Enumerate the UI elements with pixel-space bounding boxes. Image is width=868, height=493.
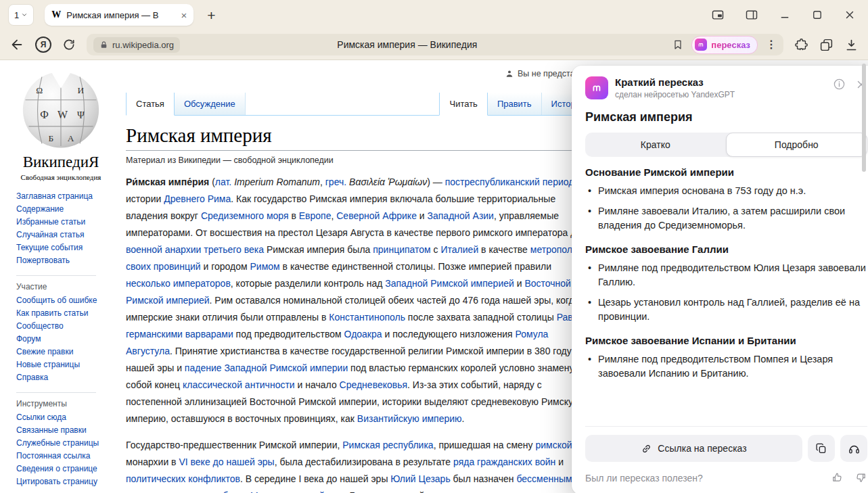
article-link[interactable]: Римом [250, 261, 280, 272]
sidebar-link[interactable]: Справка [16, 371, 122, 384]
summary-bullet: Римляне под предводительством Помпея и Ц… [585, 352, 867, 381]
article-link[interactable]: постреспубликанский период [445, 177, 574, 187]
article-link[interactable]: политических конфликтов [126, 473, 240, 484]
sidebar-nav-participation: Сообщить об ошибкеКак править статьиСооб… [0, 293, 122, 384]
sidebar-link[interactable]: Связанные правки [16, 424, 122, 437]
back-icon[interactable] [9, 37, 24, 52]
article-link[interactable]: Юлий Цезарь [390, 473, 450, 484]
download-icon[interactable] [844, 38, 859, 52]
sidebar-link[interactable]: Служебные страницы [16, 437, 122, 450]
close-window-icon[interactable] [844, 9, 856, 21]
thumb-up-icon[interactable] [831, 471, 844, 484]
side-panel-icon[interactable] [745, 8, 758, 22]
article-link[interactable]: Византийскую империю [357, 413, 462, 424]
menu-dots-icon[interactable]: ⋮ [766, 39, 777, 50]
listen-button[interactable] [840, 435, 867, 462]
sidebar-link[interactable]: Содержание [16, 203, 122, 216]
toggle-detailed[interactable]: Подробно [726, 133, 868, 157]
summary-section-heading: Римское завоевание Галлии [585, 243, 867, 255]
sidebar-link[interactable]: Случайная статья [16, 229, 122, 241]
article-link[interactable]: классической античности [183, 379, 295, 390]
tab-close-icon[interactable]: × [181, 10, 187, 20]
page-title: Римская империя [126, 124, 595, 151]
sidebar-link[interactable]: Заглавная страница [16, 190, 122, 203]
summary-section: Римское завоевание Галлии Римляне под пр… [585, 243, 867, 324]
article-link[interactable]: лат. [215, 177, 231, 187]
window-controls [711, 8, 860, 22]
sidebar-section-tools: Инструменты [16, 392, 96, 408]
wiki-tabs-row: Статья Обсуждение Читать Править История [126, 93, 595, 116]
article-link[interactable]: 44 году до нашей эры [248, 490, 344, 493]
article-link[interactable]: убит [218, 490, 237, 493]
refresh-icon[interactable] [62, 38, 76, 51]
wikipedia-globe-logo[interactable]: Ω И Ф W Ψ Б А [20, 67, 102, 149]
pereskaz-button[interactable]: пересказ [691, 36, 758, 54]
article-link[interactable]: ряда гражданских войн [453, 456, 555, 467]
article-link[interactable]: проскрипции [447, 490, 503, 493]
picture-in-picture-icon[interactable] [711, 8, 725, 22]
url-chip[interactable]: ru.wikipedia.org [93, 37, 180, 53]
summary-link-button[interactable]: Ссылка на пересказ [585, 435, 802, 462]
new-tab-button[interactable]: + [203, 7, 219, 23]
sidebar-link[interactable]: Как править статьи [16, 307, 122, 320]
tab-discussion[interactable]: Обсуждение [175, 93, 246, 115]
sidebar-link[interactable]: Сообщить об ошибке [16, 294, 122, 307]
article-link[interactable]: Одоакра [344, 329, 382, 339]
article-link[interactable]: Северной Африке [336, 210, 417, 221]
bookmark-icon[interactable] [672, 39, 683, 50]
article-link[interactable]: германскими варварами [126, 329, 233, 339]
sidebar-link[interactable]: Пожертвовать [16, 254, 122, 267]
tab-edit[interactable]: Править [488, 93, 542, 115]
tab-article[interactable]: Статья [126, 93, 175, 116]
article-link[interactable]: Средиземного моря [201, 210, 289, 221]
panel-subtitle: сделан нейросетью YandexGPT [615, 90, 826, 99]
extensions-puzzle-icon[interactable] [794, 38, 808, 52]
info-icon[interactable] [833, 78, 846, 91]
tab-read[interactable]: Читать [439, 93, 487, 116]
minimize-icon[interactable] [779, 9, 791, 21]
article-link[interactable]: VI веке до нашей эры [179, 456, 274, 467]
sidebar-link[interactable]: Новые страницы [16, 358, 122, 371]
address-bar-actions: пересказ ⋮ [672, 36, 777, 54]
yandex-home-icon[interactable]: Я [35, 37, 51, 53]
article-link[interactable]: греч. [325, 177, 346, 187]
article-link[interactable]: Средневековья [340, 379, 408, 390]
sidebar-link[interactable]: Цитировать страницу [16, 475, 122, 488]
tab-group-counter[interactable]: 1 [8, 4, 34, 26]
sidebar-link[interactable]: Постоянная ссылка [16, 450, 122, 463]
sidebar-link[interactable]: Свежие правки [16, 346, 122, 358]
article-link[interactable]: несколько императоров [126, 278, 231, 289]
article-link[interactable]: принципатом [373, 244, 430, 255]
copy-summary-button[interactable] [808, 435, 835, 462]
article-link[interactable]: Константинополь [329, 312, 405, 323]
tab-count: 1 [14, 10, 19, 20]
person-icon [505, 69, 514, 78]
article-link[interactable]: Италией [441, 244, 479, 255]
sidebar-link[interactable]: Текущие события [16, 241, 122, 254]
article-link[interactable]: Римская республика [342, 440, 433, 450]
address-bar[interactable]: ru.wikipedia.org Римская империя — Викип… [87, 34, 783, 55]
article-link[interactable]: падение Западной Римской империи [185, 362, 348, 373]
article-link[interactable]: римской [535, 440, 572, 450]
article-link[interactable]: Древнего Рима [164, 193, 231, 204]
thumb-down-icon[interactable] [854, 471, 867, 484]
page-scrollbar[interactable] [862, 64, 866, 172]
sidebar-link[interactable]: Избранные статьи [16, 216, 122, 229]
sidebar-link[interactable]: Сообщество [16, 320, 122, 333]
lock-icon [99, 41, 108, 49]
browser-tab[interactable]: W Римская империя — В × [45, 4, 193, 26]
article-link[interactable]: Европе [299, 210, 332, 221]
collections-icon[interactable] [819, 38, 833, 52]
article-link[interactable]: Западной Азии [428, 210, 494, 221]
article-link[interactable]: военной анархии третьего века [126, 244, 264, 255]
wikipedia-favicon: W [51, 9, 61, 20]
link-icon [641, 443, 652, 454]
sidebar-link[interactable]: Сведения о странице [16, 463, 122, 475]
sidebar-link[interactable]: Ссылки сюда [16, 411, 122, 424]
article-link[interactable]: Западной Римской империей [385, 278, 514, 289]
sidebar-link[interactable]: Форум [16, 333, 122, 346]
maximize-icon[interactable] [811, 9, 823, 21]
tab-title: Римская империя — В [66, 10, 175, 20]
toggle-brief[interactable]: Кратко [585, 133, 726, 157]
wikipedia-wordmark[interactable]: ВикипедиЯ [17, 154, 105, 171]
